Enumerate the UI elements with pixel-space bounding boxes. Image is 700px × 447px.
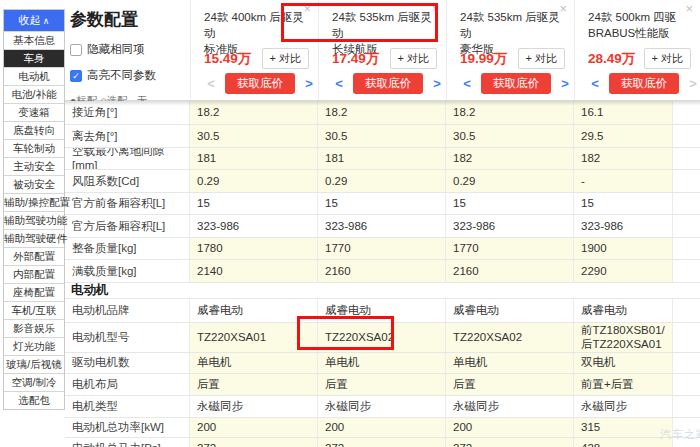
sidebar-item-5[interactable]: 变速箱	[4, 103, 64, 121]
table-gutter	[673, 148, 700, 170]
sidebar-item-7[interactable]: 车轮制动	[4, 139, 64, 157]
row-label: 满载质量[kg]	[65, 260, 190, 282]
row-label: 离去角[°]	[65, 125, 190, 147]
sidebar-item-19[interactable]: 玻璃/后视镜	[4, 355, 64, 373]
spec-value: 200	[446, 418, 574, 437]
compare-button[interactable]: + 对比	[390, 48, 437, 69]
sidebar-item-11[interactable]: 辅助驾驶功能	[4, 211, 64, 229]
next-trim-button[interactable]: >	[686, 76, 700, 91]
spec-value: TZ220XSA02	[318, 323, 446, 352]
section-title: 电动机	[65, 282, 109, 299]
sidebar-item-3[interactable]: 电动机	[4, 67, 64, 85]
get-price-button[interactable]: 获取底价	[609, 73, 679, 94]
spec-value: 单电机	[190, 353, 318, 373]
table-gutter	[673, 374, 700, 395]
car-name-line1: 24款 535km 后驱灵动	[460, 9, 566, 41]
next-trim-button[interactable]: >	[302, 76, 316, 91]
sidebar-item-6[interactable]: 底盘转向	[4, 121, 64, 139]
table-gutter	[673, 170, 700, 192]
next-trim-button[interactable]: >	[558, 76, 572, 91]
row-label: 整备质量[kg]	[65, 238, 190, 260]
table-row: 电机布局后置后置后置前置+后置	[65, 374, 700, 396]
spec-value: 181	[318, 148, 446, 170]
prev-trim-button[interactable]: <	[588, 76, 602, 91]
checkbox-checked-icon[interactable]: ✓	[70, 70, 82, 82]
price-row: 17.49万+ 对比	[332, 48, 437, 69]
prev-trim-button[interactable]: <	[204, 76, 218, 91]
car-price: 15.49万	[204, 50, 251, 68]
sidebar-item-4[interactable]: 电池/补能	[4, 85, 64, 103]
sidebar-item-1[interactable]: 基本信息	[4, 31, 64, 49]
get-price-button[interactable]: 获取底价	[353, 73, 423, 94]
car-card-1: ×24款 400km 后驱灵动标准版15.49万+ 对比<获取底价>	[190, 0, 318, 100]
sidebar-item-21[interactable]: 选配包	[4, 391, 64, 409]
header-shadow	[65, 100, 700, 106]
compare-button[interactable]: + 对比	[262, 48, 309, 69]
row-label: 风阻系数[Cd]	[65, 170, 190, 192]
spec-value: TZ220XSA01	[190, 323, 318, 352]
row-label: 电动机总功率[kW]	[65, 418, 190, 437]
sidebar-item-10[interactable]: 辅助/操控配置	[4, 193, 64, 211]
table-gutter	[673, 396, 700, 417]
sidebar-item-14[interactable]: 内部配置	[4, 265, 64, 283]
table-row: 离去角[°]30.530.530.529.5	[65, 125, 700, 148]
car-name[interactable]: 24款 500km 四驱BRABUS性能版	[588, 9, 692, 41]
spec-value: 1770	[446, 238, 574, 260]
spec-value: 前TZ180XSB01/后TZ220XSA01	[574, 323, 673, 352]
spec-value: 272	[190, 438, 318, 447]
table-row: 官方前备厢容积[L]15151515	[65, 193, 700, 216]
table-gutter	[673, 215, 700, 237]
sidebar-collapse-button[interactable]: 收起∧	[4, 10, 64, 31]
table-gutter	[673, 125, 700, 147]
get-price-button[interactable]: 获取底价	[225, 73, 295, 94]
spec-value: 181	[190, 148, 318, 170]
spec-value: 182	[574, 148, 673, 170]
prev-trim-button[interactable]: <	[460, 76, 474, 91]
sidebar-item-9[interactable]: 被动安全	[4, 175, 64, 193]
spec-value: 0.29	[318, 170, 446, 192]
spec-value: 0.29	[190, 170, 318, 192]
car-price: 17.49万	[332, 50, 379, 68]
hide-same-option[interactable]: 隐藏相同项	[70, 42, 188, 57]
sidebar-item-20[interactable]: 空调/制冷	[4, 373, 64, 391]
get-price-button[interactable]: 获取底价	[481, 73, 551, 94]
spec-value: 2160	[446, 260, 574, 282]
compare-button[interactable]: + 对比	[644, 48, 691, 69]
sidebar-item-16[interactable]: 车机/互联	[4, 301, 64, 319]
spec-table-body: 接近角[°]18.218.218.216.1离去角[°]30.530.530.5…	[65, 101, 700, 447]
table-row: 电动机型号TZ220XSA01TZ220XSA02TZ220XSA02前TZ18…	[65, 323, 700, 353]
spec-value: 0.29	[446, 170, 574, 192]
sidebar-item-12[interactable]: 辅助驾驶硬件	[4, 229, 64, 247]
table-gutter	[673, 299, 700, 322]
spec-value: 后置	[446, 374, 574, 395]
spec-value: 2140	[190, 260, 318, 282]
highlight-diff-label: 高亮不同参数	[87, 68, 156, 83]
spec-value: 315	[574, 418, 673, 437]
sidebar-collapse-label: 收起	[19, 14, 41, 26]
table-row: 电动机品牌威睿电动威睿电动威睿电动威睿电动	[65, 299, 700, 323]
sidebar-item-15[interactable]: 座椅配置	[4, 283, 64, 301]
car-card-4: ×24款 500km 四驱BRABUS性能版28.49万+ 对比<获取底价>	[574, 0, 700, 100]
table-gutter	[673, 193, 700, 215]
checkbox-unchecked-icon[interactable]	[70, 44, 82, 56]
table-row: 风阻系数[Cd]0.290.290.29-	[65, 170, 700, 193]
highlight-diff-option[interactable]: ✓ 高亮不同参数	[70, 68, 188, 83]
sidebar-item-8[interactable]: 主动安全	[4, 157, 64, 175]
spec-value: 2160	[318, 260, 446, 282]
sidebar-item-2[interactable]: 车身	[4, 49, 64, 67]
sidebar-item-17[interactable]: 影音娱乐	[4, 319, 64, 337]
spec-value: 后置	[318, 374, 446, 395]
next-trim-button[interactable]: >	[430, 76, 444, 91]
row-label: 官方前备厢容积[L]	[65, 193, 190, 215]
table-row: 电机类型永磁同步永磁同步永磁同步永磁同步	[65, 396, 700, 418]
sidebar-item-13[interactable]: 外部配置	[4, 247, 64, 265]
compare-button[interactable]: + 对比	[518, 48, 565, 69]
table-gutter	[673, 260, 700, 282]
row-label: 电动机总马力[Ps]	[65, 438, 190, 447]
sidebar: 收起∧ 基本信息车身电动机电池/补能变速箱底盘转向车轮制动主动安全被动安全辅助/…	[3, 9, 65, 410]
spec-value: 威睿电动	[574, 299, 673, 322]
car-price: 28.49万	[588, 50, 635, 68]
sidebar-item-18[interactable]: 灯光功能	[4, 337, 64, 355]
car-card-3: ×24款 535km 后驱灵动豪华版19.99万+ 对比<获取底价>	[446, 0, 574, 100]
prev-trim-button[interactable]: <	[332, 76, 346, 91]
